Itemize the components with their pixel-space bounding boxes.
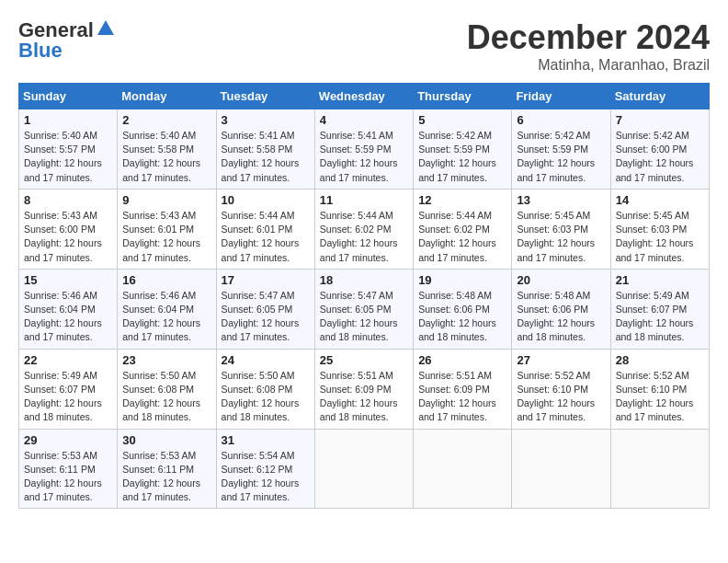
day-info: Sunrise: 5:42 AM Sunset: 5:59 PM Dayligh… <box>517 129 605 185</box>
day-info: Sunrise: 5:52 AM Sunset: 6:10 PM Dayligh… <box>517 369 605 425</box>
day-info: Sunrise: 5:47 AM Sunset: 6:05 PM Dayligh… <box>222 289 310 345</box>
day-cell <box>512 429 610 509</box>
day-cell: 16 Sunrise: 5:46 AM Sunset: 6:04 PM Dayl… <box>118 269 216 349</box>
day-number: 28 <box>616 353 704 367</box>
week-row-5: 29 Sunrise: 5:53 AM Sunset: 6:11 PM Dayl… <box>19 429 710 509</box>
month-title: December 2024 <box>467 18 710 57</box>
day-info: Sunrise: 5:43 AM Sunset: 6:00 PM Dayligh… <box>24 209 112 265</box>
day-info: Sunrise: 5:51 AM Sunset: 6:09 PM Dayligh… <box>418 369 506 425</box>
day-info: Sunrise: 5:41 AM Sunset: 5:58 PM Dayligh… <box>222 129 310 185</box>
location-title: Matinha, Maranhao, Brazil <box>467 57 710 74</box>
day-cell: 9 Sunrise: 5:43 AM Sunset: 6:01 PM Dayli… <box>118 189 216 269</box>
day-info: Sunrise: 5:45 AM Sunset: 6:03 PM Dayligh… <box>616 209 704 265</box>
week-row-4: 22 Sunrise: 5:49 AM Sunset: 6:07 PM Dayl… <box>19 349 710 429</box>
day-number: 16 <box>122 273 210 287</box>
day-number: 18 <box>320 273 408 287</box>
col-header-monday: Monday <box>118 84 216 109</box>
day-info: Sunrise: 5:45 AM Sunset: 6:03 PM Dayligh… <box>517 209 605 265</box>
day-cell: 21 Sunrise: 5:49 AM Sunset: 6:07 PM Dayl… <box>610 269 709 349</box>
day-number: 17 <box>222 273 310 287</box>
day-number: 9 <box>122 193 210 207</box>
day-number: 22 <box>24 353 112 367</box>
col-header-tuesday: Tuesday <box>216 84 314 109</box>
day-info: Sunrise: 5:50 AM Sunset: 6:08 PM Dayligh… <box>222 369 310 425</box>
day-number: 11 <box>320 193 408 207</box>
day-info: Sunrise: 5:54 AM Sunset: 6:12 PM Dayligh… <box>222 449 310 505</box>
day-info: Sunrise: 5:49 AM Sunset: 6:07 PM Dayligh… <box>24 369 112 425</box>
day-number: 20 <box>517 273 605 287</box>
day-info: Sunrise: 5:48 AM Sunset: 6:06 PM Dayligh… <box>418 289 506 345</box>
day-info: Sunrise: 5:40 AM Sunset: 5:57 PM Dayligh… <box>24 129 112 185</box>
day-info: Sunrise: 5:53 AM Sunset: 6:11 PM Dayligh… <box>24 449 112 505</box>
day-cell: 18 Sunrise: 5:47 AM Sunset: 6:05 PM Dayl… <box>314 269 413 349</box>
day-cell: 13 Sunrise: 5:45 AM Sunset: 6:03 PM Dayl… <box>512 189 610 269</box>
col-header-saturday: Saturday <box>610 84 709 109</box>
day-number: 8 <box>24 193 112 207</box>
day-cell: 3 Sunrise: 5:41 AM Sunset: 5:58 PM Dayli… <box>216 109 314 190</box>
day-number: 31 <box>222 433 310 447</box>
day-info: Sunrise: 5:44 AM Sunset: 6:02 PM Dayligh… <box>418 209 506 265</box>
day-cell: 2 Sunrise: 5:40 AM Sunset: 5:58 PM Dayli… <box>118 109 216 190</box>
day-cell: 10 Sunrise: 5:44 AM Sunset: 6:01 PM Dayl… <box>216 189 314 269</box>
day-cell: 22 Sunrise: 5:49 AM Sunset: 6:07 PM Dayl… <box>19 349 118 429</box>
day-cell: 19 Sunrise: 5:48 AM Sunset: 6:06 PM Dayl… <box>414 269 512 349</box>
day-info: Sunrise: 5:50 AM Sunset: 6:08 PM Dayligh… <box>122 369 210 425</box>
day-cell: 8 Sunrise: 5:43 AM Sunset: 6:00 PM Dayli… <box>19 189 118 269</box>
day-cell: 31 Sunrise: 5:54 AM Sunset: 6:12 PM Dayl… <box>216 429 314 509</box>
day-cell: 6 Sunrise: 5:42 AM Sunset: 5:59 PM Dayli… <box>512 109 610 190</box>
day-cell: 4 Sunrise: 5:41 AM Sunset: 5:59 PM Dayli… <box>314 109 413 190</box>
day-number: 15 <box>24 273 112 287</box>
day-cell: 30 Sunrise: 5:53 AM Sunset: 6:11 PM Dayl… <box>118 429 216 509</box>
day-info: Sunrise: 5:43 AM Sunset: 6:01 PM Dayligh… <box>122 209 210 265</box>
day-info: Sunrise: 5:42 AM Sunset: 6:00 PM Dayligh… <box>616 129 704 185</box>
day-cell: 20 Sunrise: 5:48 AM Sunset: 6:06 PM Dayl… <box>512 269 610 349</box>
day-cell: 27 Sunrise: 5:52 AM Sunset: 6:10 PM Dayl… <box>512 349 610 429</box>
day-number: 1 <box>24 113 112 127</box>
day-number: 26 <box>418 353 506 367</box>
day-cell: 11 Sunrise: 5:44 AM Sunset: 6:02 PM Dayl… <box>314 189 413 269</box>
week-row-3: 15 Sunrise: 5:46 AM Sunset: 6:04 PM Dayl… <box>19 269 710 349</box>
day-cell: 5 Sunrise: 5:42 AM Sunset: 5:59 PM Dayli… <box>414 109 512 190</box>
day-cell: 14 Sunrise: 5:45 AM Sunset: 6:03 PM Dayl… <box>610 189 709 269</box>
day-info: Sunrise: 5:42 AM Sunset: 5:59 PM Dayligh… <box>418 129 506 185</box>
day-number: 27 <box>517 353 605 367</box>
day-cell: 12 Sunrise: 5:44 AM Sunset: 6:02 PM Dayl… <box>414 189 512 269</box>
day-cell: 1 Sunrise: 5:40 AM Sunset: 5:57 PM Dayli… <box>19 109 118 190</box>
day-info: Sunrise: 5:52 AM Sunset: 6:10 PM Dayligh… <box>616 369 704 425</box>
day-number: 14 <box>616 193 704 207</box>
logo-icon <box>96 18 116 39</box>
day-cell: 7 Sunrise: 5:42 AM Sunset: 6:00 PM Dayli… <box>610 109 709 190</box>
day-info: Sunrise: 5:47 AM Sunset: 6:05 PM Dayligh… <box>320 289 408 345</box>
day-info: Sunrise: 5:46 AM Sunset: 6:04 PM Dayligh… <box>24 289 112 345</box>
day-cell: 28 Sunrise: 5:52 AM Sunset: 6:10 PM Dayl… <box>610 349 709 429</box>
day-number: 5 <box>418 113 506 127</box>
col-header-friday: Friday <box>512 84 610 109</box>
day-cell: 24 Sunrise: 5:50 AM Sunset: 6:08 PM Dayl… <box>216 349 314 429</box>
day-number: 21 <box>616 273 704 287</box>
svg-marker-0 <box>97 20 114 35</box>
day-number: 23 <box>122 353 210 367</box>
day-cell: 23 Sunrise: 5:50 AM Sunset: 6:08 PM Dayl… <box>118 349 216 429</box>
day-info: Sunrise: 5:53 AM Sunset: 6:11 PM Dayligh… <box>122 449 210 505</box>
day-number: 2 <box>122 113 210 127</box>
day-number: 19 <box>418 273 506 287</box>
day-number: 6 <box>517 113 605 127</box>
day-cell <box>610 429 709 509</box>
col-header-sunday: Sunday <box>19 84 118 109</box>
col-header-wednesday: Wednesday <box>314 84 413 109</box>
day-info: Sunrise: 5:44 AM Sunset: 6:02 PM Dayligh… <box>320 209 408 265</box>
day-number: 25 <box>320 353 408 367</box>
day-cell <box>414 429 512 509</box>
day-cell: 17 Sunrise: 5:47 AM Sunset: 6:05 PM Dayl… <box>216 269 314 349</box>
day-number: 12 <box>418 193 506 207</box>
calendar-table: SundayMondayTuesdayWednesdayThursdayFrid… <box>18 83 710 509</box>
day-number: 13 <box>517 193 605 207</box>
day-info: Sunrise: 5:48 AM Sunset: 6:06 PM Dayligh… <box>517 289 605 345</box>
day-info: Sunrise: 5:46 AM Sunset: 6:04 PM Dayligh… <box>122 289 210 345</box>
day-info: Sunrise: 5:44 AM Sunset: 6:01 PM Dayligh… <box>222 209 310 265</box>
day-info: Sunrise: 5:40 AM Sunset: 5:58 PM Dayligh… <box>122 129 210 185</box>
day-cell: 26 Sunrise: 5:51 AM Sunset: 6:09 PM Dayl… <box>414 349 512 429</box>
day-info: Sunrise: 5:51 AM Sunset: 6:09 PM Dayligh… <box>320 369 408 425</box>
day-cell: 25 Sunrise: 5:51 AM Sunset: 6:09 PM Dayl… <box>314 349 413 429</box>
week-row-2: 8 Sunrise: 5:43 AM Sunset: 6:00 PM Dayli… <box>19 189 710 269</box>
